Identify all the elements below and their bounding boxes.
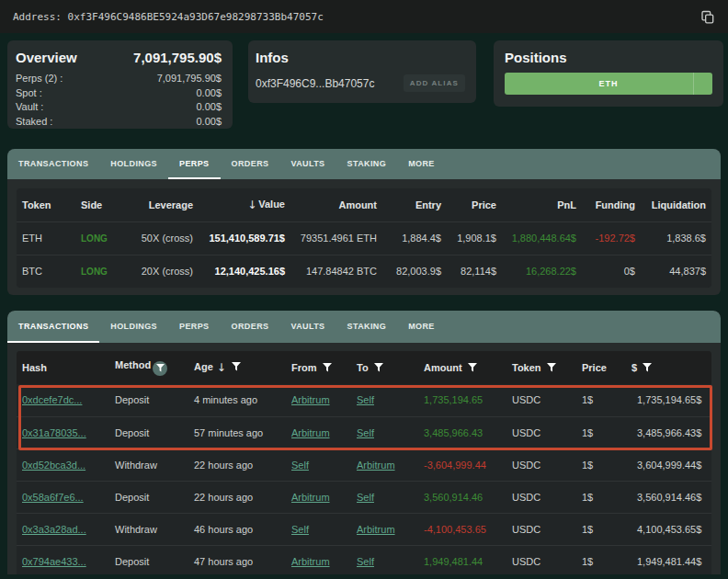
tx-from-link[interactable]: Self [291,524,309,535]
tx-hash-link[interactable]: 0x31a78035... [22,427,86,438]
overview-row-spot: Spot :0.00$ [16,86,222,101]
tx-tabbar: TRANSACTIONS HOLDINGS PERPS ORDERS VAULT… [7,311,721,343]
perps-tab-transactions[interactable]: TRANSACTIONS [7,149,99,179]
tx-from-link[interactable]: Arbitrum [291,394,330,405]
perps-tab-staking[interactable]: STAKING [336,149,398,179]
overview-row-staked: Staked :0.00$ [16,115,222,130]
tx-tab-transactions[interactable]: TRANSACTIONS [7,311,99,343]
perps-col-price[interactable]: Price [447,188,502,221]
tx-to-link[interactable]: Self [357,394,374,405]
tx-row-1: 0xdcefe7dc... Deposit 4 minutes ago Arbi… [17,384,711,416]
address-bar: Address: 0xf3F496C9486BE5924a93D67e98298… [0,0,728,33]
tx-to-link[interactable]: Self [357,492,374,503]
transactions-section: TRANSACTIONS HOLDINGS PERPS ORDERS VAULT… [7,311,721,574]
perps-col-side: Side [75,188,131,221]
copy-icon [700,9,715,25]
address-text: Address: 0xf3F496C9486BE5924a93D67e98298… [13,11,324,23]
tx-tab-vaults[interactable]: VAULTS [279,311,336,343]
perps-header-row: Token Side Leverage ↓Value Amount Entry … [17,188,711,221]
tx-from-link[interactable]: Arbitrum [291,556,330,567]
position-button-divider [693,73,694,95]
tx-table-card: Hash Method Age↓ From To Amount Token Pr… [17,351,711,574]
add-alias-button[interactable]: ADD ALIAS [404,74,465,92]
tx-col-to[interactable]: To [351,351,418,384]
positions-card: Positions ETH [494,40,723,107]
infos-card: Infos 0xf3F496C9...Bb47057c ADD ALIAS [248,40,476,103]
perps-col-liquidation[interactable]: Liquidation [641,188,711,221]
usd-filter-icon[interactable] [643,363,652,372]
perps-section: TRANSACTIONS HOLDINGS PERPS ORDERS VAULT… [7,149,721,295]
tx-tab-holdings[interactable]: HOLDINGS [99,311,168,343]
tx-col-age[interactable]: Age↓ [188,351,286,384]
tx-row-2: 0x31a78035... Deposit 57 minutes ago Arb… [17,416,711,448]
tx-col-from[interactable]: From [286,351,351,384]
to-filter-icon[interactable] [374,363,383,372]
tx-row-4: 0x58a6f7e6... Deposit 22 hours ago Arbit… [17,481,711,513]
perps-col-pnl[interactable]: PnL [502,188,582,221]
position-eth-button[interactable]: ETH [505,73,712,95]
token-filter-icon[interactable] [547,363,556,372]
sort-desc-icon: ↓ [217,361,226,374]
tx-row-5: 0x3a3a28ad... Withdraw 46 hours ago Self… [17,513,711,545]
tx-hash-link[interactable]: 0x3a3a28ad... [22,524,86,535]
perps-col-amount[interactable]: Amount [290,188,382,221]
perps-col-leverage[interactable]: Leverage [131,188,199,221]
tx-col-price: Price [576,351,631,384]
positions-title: Positions [505,50,567,65]
perps-row-btc: BTC LONG 20X (cross) 12,140,425.16$ 147.… [17,255,711,288]
from-filter-icon[interactable] [323,363,332,372]
perps-col-funding[interactable]: Funding [582,188,641,221]
tx-from-link[interactable]: Arbitrum [291,427,330,438]
overview-title: Overview [16,50,77,65]
tx-tab-orders[interactable]: ORDERS [221,311,280,343]
tx-col-hash: Hash [17,351,109,384]
tx-tab-perps[interactable]: PERPS [168,311,221,343]
infos-title: Infos [256,50,289,65]
tx-to-link[interactable]: Self [357,556,374,567]
tx-col-token[interactable]: Token [506,351,576,384]
tx-col-usd[interactable]: $ [631,351,711,384]
perps-tab-orders[interactable]: ORDERS [221,149,280,179]
tx-from-link[interactable]: Self [291,460,309,471]
perps-tab-vaults[interactable]: VAULTS [279,149,336,179]
tx-hash-link[interactable]: 0xd52bca3d... [22,460,85,471]
perps-col-token: Token [17,188,75,221]
perps-tab-perps[interactable]: PERPS [168,149,221,179]
tx-hash-link[interactable]: 0x58a6f7e6... [22,492,84,503]
tx-to-link[interactable]: Arbitrum [357,524,395,535]
perps-table-card: Token Side Leverage ↓Value Amount Entry … [17,188,711,288]
tx-row-6: 0x794ae433... Deposit 47 hours ago Arbit… [17,545,711,574]
perps-tabbar: TRANSACTIONS HOLDINGS PERPS ORDERS VAULT… [7,149,721,179]
perps-row-eth: ETH LONG 50X (cross) 151,410,589.71$ 793… [17,221,711,255]
overview-row-perps: Perps (2) :7,091,795.90$ [16,72,222,86]
tx-to-link[interactable]: Arbitrum [357,460,395,471]
tx-hash-link[interactable]: 0x794ae433... [22,556,86,567]
perps-col-value[interactable]: ↓Value [199,188,290,221]
tx-col-amount[interactable]: Amount [418,351,506,384]
tx-to-link[interactable]: Self [357,427,374,438]
perps-tab-more[interactable]: MORE [397,149,446,179]
tx-header-row: Hash Method Age↓ From To Amount Token Pr… [17,351,711,384]
tx-tab-staking[interactable]: STAKING [336,311,398,343]
copy-address-button[interactable] [700,9,715,25]
overview-card: Overview 7,091,795.90$ Perps (2) :7,091,… [7,40,233,129]
tx-tab-more[interactable]: MORE [397,311,446,343]
amount-filter-icon[interactable] [468,363,477,372]
tx-col-method[interactable]: Method [109,351,188,384]
overview-row-vault: Vault :0.00$ [16,100,222,115]
tx-row-3: 0xd52bca3d... Withdraw 22 hours ago Self… [17,448,711,481]
perps-tab-holdings[interactable]: HOLDINGS [99,149,168,179]
overview-total: 7,091,795.90$ [133,50,222,65]
infos-address: 0xf3F496C9...Bb47057c [256,77,374,90]
age-filter-icon[interactable] [232,362,241,371]
sort-desc-icon: ↓ [247,199,256,211]
tx-from-link[interactable]: Arbitrum [291,492,330,503]
method-filter-icon[interactable] [153,361,167,376]
perps-col-entry[interactable]: Entry [382,188,447,221]
tx-hash-link[interactable]: 0xdcefe7dc... [22,394,82,405]
